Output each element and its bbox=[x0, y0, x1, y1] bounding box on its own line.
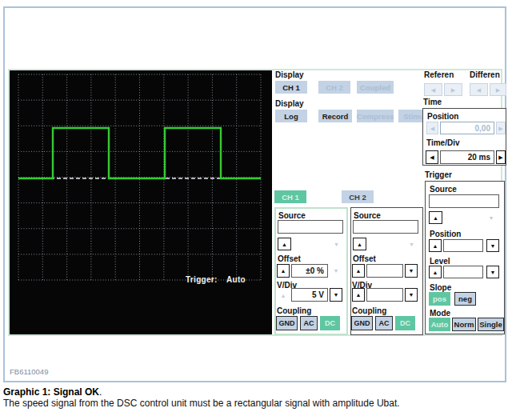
down-arrow-icon: ▼ bbox=[334, 242, 339, 247]
trigger-position-down-button[interactable]: ▼ bbox=[486, 239, 499, 252]
ch1-vdiv-up-button: ▲ bbox=[278, 290, 289, 301]
left-arrow-icon: ◀ bbox=[430, 154, 434, 160]
timediv-field[interactable]: 20 ms bbox=[440, 150, 494, 164]
caption-title: Graphic 1: Signal OK. bbox=[3, 386, 102, 398]
caption-title-text: Graphic 1: Signal OK bbox=[3, 386, 99, 398]
trigger-level-down-button[interactable]: ▼ bbox=[486, 266, 499, 278]
ch1-vdiv-down-button[interactable]: ▼ bbox=[330, 288, 342, 302]
right-arrow-icon: ▶ bbox=[498, 154, 502, 160]
trigger-level-up-button[interactable]: ▲ bbox=[429, 266, 442, 278]
down-arrow-icon: ▼ bbox=[334, 268, 339, 274]
ch1-source-up-button[interactable]: ▲ bbox=[278, 238, 291, 250]
timediv-increase-button[interactable]: ▶ bbox=[496, 150, 506, 164]
mode-auto-button[interactable]: Auto bbox=[429, 318, 450, 331]
ch1-source-field[interactable] bbox=[278, 220, 343, 234]
tab-ch2[interactable]: CH 2 bbox=[342, 190, 374, 203]
trigger-status-label: Trigger: bbox=[186, 275, 218, 284]
right-arrow-icon: ▶ bbox=[451, 87, 455, 93]
up-arrow-icon: ▲ bbox=[433, 270, 438, 275]
right-arrow-icon: ▶ bbox=[498, 126, 502, 131]
trigger-source-down-button: ▼ bbox=[485, 212, 498, 223]
down-arrow-icon: ▼ bbox=[490, 270, 496, 275]
trigger-position-field[interactable] bbox=[443, 239, 483, 252]
right-arrow-icon: ▶ bbox=[496, 87, 500, 93]
display-modes-label: Display bbox=[275, 99, 304, 108]
ch2-offset-field[interactable] bbox=[366, 264, 403, 278]
ch2-source-field[interactable] bbox=[353, 220, 418, 234]
difference-prev-button: ◀ bbox=[470, 83, 488, 96]
timediv-decrease-button[interactable]: ◀ bbox=[426, 150, 438, 164]
coupled-display-button: Coupled bbox=[357, 81, 394, 94]
ch2-coupling-ac-button[interactable]: AC bbox=[375, 316, 393, 330]
up-arrow-icon: ▲ bbox=[356, 292, 362, 298]
ch2-source-down-button: ▼ bbox=[406, 238, 418, 250]
reference-next-button: ▶ bbox=[444, 83, 462, 96]
time-position-increase-button: ▶ bbox=[496, 122, 506, 134]
time-group-label: Time bbox=[423, 98, 442, 106]
ch2-offset-down-button[interactable]: ▼ bbox=[405, 264, 418, 278]
trigger-level-label: Level bbox=[430, 257, 450, 266]
trigger-position-up-button[interactable]: ▲ bbox=[429, 239, 442, 252]
up-arrow-icon: ▲ bbox=[356, 268, 362, 274]
mode-norm-button[interactable]: Norm bbox=[452, 318, 476, 331]
ch1-offset-field[interactable]: ±0 % bbox=[291, 264, 328, 278]
time-position-decrease-button: ◀ bbox=[426, 122, 438, 134]
left-arrow-icon: ◀ bbox=[477, 87, 481, 93]
ch1-source-down-button: ▼ bbox=[330, 238, 342, 250]
slope-neg-button[interactable]: neg bbox=[454, 292, 476, 306]
difference-next-button: ▶ bbox=[490, 83, 506, 96]
ch2-offset-up-button[interactable]: ▲ bbox=[352, 264, 365, 278]
time-position-field: 0,00 bbox=[440, 122, 494, 134]
scope-display: Trigger: Auto bbox=[10, 70, 272, 334]
up-arrow-icon: ▲ bbox=[282, 242, 287, 247]
ch1-vdiv-field[interactable]: 5 V bbox=[291, 288, 328, 302]
ch1-offset-label: Offset bbox=[278, 254, 301, 263]
slope-pos-button[interactable]: pos bbox=[429, 292, 450, 306]
ch1-coupling-gnd-button[interactable]: GND bbox=[276, 316, 298, 330]
reference-label: Referen bbox=[424, 70, 454, 79]
ch2-source-label: Source bbox=[354, 211, 381, 220]
up-arrow-icon: ▲ bbox=[281, 293, 286, 298]
up-arrow-icon: ▲ bbox=[281, 268, 286, 274]
display-channels-label: Display bbox=[275, 70, 304, 79]
down-arrow-icon: ▼ bbox=[409, 242, 414, 247]
trigger-source-up-button[interactable]: ▲ bbox=[429, 211, 442, 224]
scope-svg bbox=[10, 70, 272, 334]
down-arrow-icon: ▼ bbox=[334, 292, 339, 298]
record-button[interactable]: Record bbox=[318, 110, 352, 122]
ch1-coupling-label: Coupling bbox=[277, 306, 311, 315]
difference-label: Differen bbox=[470, 70, 500, 79]
up-arrow-icon: ▲ bbox=[433, 215, 438, 221]
ch2-vdiv-down-button[interactable]: ▼ bbox=[405, 288, 418, 302]
log-button[interactable]: Log bbox=[275, 110, 307, 122]
time-position-label: Position bbox=[427, 112, 458, 121]
mode-single-button[interactable]: Single bbox=[478, 318, 504, 331]
ch1-offset-down-button: ▼ bbox=[330, 266, 342, 276]
up-arrow-icon: ▲ bbox=[357, 242, 362, 247]
tab-ch1[interactable]: CH 1 bbox=[274, 190, 306, 203]
down-arrow-icon: ▼ bbox=[489, 215, 494, 221]
ch2-vdiv-up-button[interactable]: ▲ bbox=[352, 288, 365, 302]
ch2-coupling-gnd-button[interactable]: GND bbox=[351, 316, 373, 330]
ch2-coupling-dc-button[interactable]: DC bbox=[395, 316, 415, 330]
ch2-display-button: CH 2 bbox=[318, 81, 350, 94]
trigger-group-label: Trigger bbox=[425, 170, 452, 179]
compress-button: Compress bbox=[357, 110, 394, 122]
down-arrow-icon: ▼ bbox=[409, 268, 414, 274]
ch2-source-up-button[interactable]: ▲ bbox=[353, 238, 366, 250]
ch1-display-button[interactable]: CH 1 bbox=[275, 81, 307, 94]
ch2-offset-label: Offset bbox=[353, 254, 376, 263]
up-arrow-icon: ▲ bbox=[433, 243, 438, 249]
caption-title-suffix: . bbox=[99, 386, 102, 398]
ch1-offset-up-button[interactable]: ▲ bbox=[277, 264, 290, 278]
trigger-level-field[interactable] bbox=[443, 266, 483, 278]
left-arrow-icon: ◀ bbox=[430, 126, 434, 131]
trigger-status-value: Auto bbox=[226, 275, 246, 284]
ch1-coupling-dc-button[interactable]: DC bbox=[320, 316, 340, 330]
trigger-source-field[interactable] bbox=[429, 194, 499, 208]
reference-prev-button: ◀ bbox=[424, 83, 442, 96]
ch2-vdiv-field[interactable] bbox=[366, 288, 403, 302]
trigger-position-label: Position bbox=[430, 230, 461, 238]
ch1-coupling-ac-button[interactable]: AC bbox=[300, 316, 318, 330]
ch2-coupling-label: Coupling bbox=[352, 306, 386, 315]
